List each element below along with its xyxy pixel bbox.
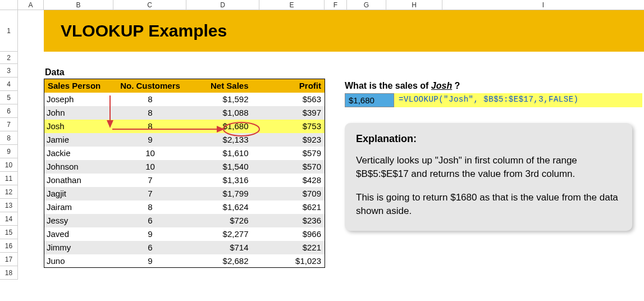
row-header-15[interactable]: 15 [0, 226, 18, 239]
cell-netsales[interactable]: $1,680 [187, 120, 260, 133]
col-header-e[interactable]: E [259, 0, 325, 10]
table-row[interactable]: Jagjit7$1,799$709 [44, 187, 325, 200]
cell-customers[interactable]: 9 [114, 254, 187, 268]
cell-customers[interactable]: 8 [114, 93, 187, 106]
data-table[interactable]: Sales Person No. Customers Net Sales Pro… [44, 79, 325, 268]
cell-customers[interactable]: 10 [114, 160, 187, 174]
cell-profit[interactable]: $1,023 [260, 254, 325, 268]
col-header-c[interactable]: C [113, 0, 186, 10]
table-row[interactable]: John8$1,088$397 [44, 106, 325, 120]
col-header-g[interactable]: G [347, 0, 386, 10]
table-row[interactable]: Juno9$2,682$1,023 [44, 254, 325, 268]
cell-name[interactable]: Josh [44, 120, 114, 133]
cell-netsales[interactable]: $1,624 [187, 200, 260, 214]
cell-customers[interactable]: 8 [114, 200, 187, 214]
cell-profit[interactable]: $563 [260, 93, 325, 106]
table-row[interactable]: Jessy6$726$236 [44, 214, 325, 227]
table-row[interactable]: Jamie9$2,133$923 [44, 133, 325, 147]
col-header-h[interactable]: H [386, 0, 442, 10]
cell-customers[interactable]: 9 [114, 133, 187, 147]
th-profit[interactable]: Profit [260, 79, 325, 93]
cell-profit[interactable]: $923 [260, 133, 325, 147]
result-cell[interactable]: $1,680 [345, 93, 394, 107]
cell-netsales[interactable]: $726 [187, 214, 260, 227]
cell-profit[interactable]: $966 [260, 227, 325, 241]
cell-name[interactable]: Jessy [44, 214, 114, 227]
table-row[interactable]: Javed9$2,277$966 [44, 227, 325, 241]
cell-customers[interactable]: 10 [114, 147, 187, 160]
cell-netsales[interactable]: $1,592 [187, 93, 260, 106]
cell-name[interactable]: Jairam [44, 200, 114, 214]
row-header-3[interactable]: 3 [0, 64, 18, 77]
row-header-16[interactable]: 16 [0, 239, 18, 253]
row-header-17[interactable]: 17 [0, 253, 18, 266]
cell-customers[interactable]: 7 [114, 174, 187, 187]
cell-netsales[interactable]: $1,540 [187, 160, 260, 174]
formula-cell[interactable]: =VLOOKUP("Josh", $B$5:$E$17,3,FALSE) [394, 93, 642, 107]
cell-customers[interactable]: 7 [114, 187, 187, 200]
row-header-4[interactable]: 4 [0, 77, 18, 91]
cell-profit[interactable]: $621 [260, 200, 325, 214]
cell-name[interactable]: Jonathan [44, 174, 114, 187]
table-row[interactable]: Jackie10$1,610$579 [44, 147, 325, 160]
th-customers[interactable]: No. Customers [114, 79, 187, 93]
cell-netsales[interactable]: $2,682 [187, 254, 260, 268]
row-header-1[interactable]: 1 [0, 10, 18, 52]
table-row[interactable]: Jonathan7$1,316$428 [44, 174, 325, 187]
row-header-14[interactable]: 14 [0, 212, 18, 226]
row-header-2[interactable]: 2 [0, 52, 18, 64]
cell-name[interactable]: Jimmy [44, 241, 114, 254]
row-header-8[interactable]: 8 [0, 131, 18, 145]
cell-profit[interactable]: $753 [260, 120, 325, 133]
cell-profit[interactable]: $236 [260, 214, 325, 227]
cell-netsales[interactable]: $1,316 [187, 174, 260, 187]
cell-profit[interactable]: $579 [260, 147, 325, 160]
cell-customers[interactable]: 8 [114, 106, 187, 120]
cell-netsales[interactable]: $1,088 [187, 106, 260, 120]
th-salesperson[interactable]: Sales Person [44, 79, 114, 93]
cell-netsales[interactable]: $2,277 [187, 227, 260, 241]
cell-customers[interactable]: 6 [114, 241, 187, 254]
cell-netsales[interactable]: $1,610 [187, 147, 260, 160]
row-header-18[interactable]: 18 [0, 266, 18, 280]
cell-profit[interactable]: $709 [260, 187, 325, 200]
corner-cell[interactable] [0, 0, 18, 10]
row-header-11[interactable]: 11 [0, 172, 18, 185]
row-header-12[interactable]: 12 [0, 185, 18, 199]
table-row[interactable]: Jairam8$1,624$621 [44, 200, 325, 214]
cell-name[interactable]: Javed [44, 227, 114, 241]
cell-profit[interactable]: $397 [260, 106, 325, 120]
cell-name[interactable]: Juno [44, 254, 114, 268]
table-row[interactable]: Jimmy6$714$221 [44, 241, 325, 254]
cell-name[interactable]: Jackie [44, 147, 114, 160]
row-header-5[interactable]: 5 [0, 91, 18, 104]
row-header-13[interactable]: 13 [0, 199, 18, 212]
col-header-b[interactable]: B [44, 0, 113, 10]
cell-name[interactable]: Johnson [44, 160, 114, 174]
cell-name[interactable]: Jagjit [44, 187, 114, 200]
col-header-f[interactable]: F [325, 0, 347, 10]
cell-name[interactable]: Joseph [44, 93, 114, 106]
row-header-9[interactable]: 9 [0, 145, 18, 158]
cell-netsales[interactable]: $714 [187, 241, 260, 254]
cell-name[interactable]: John [44, 106, 114, 120]
col-header-d[interactable]: D [186, 0, 259, 10]
cell-name[interactable]: Jamie [44, 133, 114, 147]
col-header-a[interactable]: A [18, 0, 44, 10]
cell-profit[interactable]: $221 [260, 241, 325, 254]
cell-netsales[interactable]: $2,133 [187, 133, 260, 147]
row-header-6[interactable]: 6 [0, 104, 18, 118]
row-header-7[interactable]: 7 [0, 118, 18, 131]
col-header-i[interactable]: I [442, 0, 644, 10]
table-row[interactable]: Josh8$1,680$753 [44, 120, 325, 133]
cell-profit[interactable]: $428 [260, 174, 325, 187]
row-header-10[interactable]: 10 [0, 158, 18, 172]
cell-customers[interactable]: 9 [114, 227, 187, 241]
table-row[interactable]: Johnson10$1,540$570 [44, 160, 325, 174]
table-row[interactable]: Joseph8$1,592$563 [44, 93, 325, 106]
cell-netsales[interactable]: $1,799 [187, 187, 260, 200]
cell-profit[interactable]: $570 [260, 160, 325, 174]
cell-customers[interactable]: 8 [114, 120, 187, 133]
cell-customers[interactable]: 6 [114, 214, 187, 227]
th-netsales[interactable]: Net Sales [187, 79, 260, 93]
